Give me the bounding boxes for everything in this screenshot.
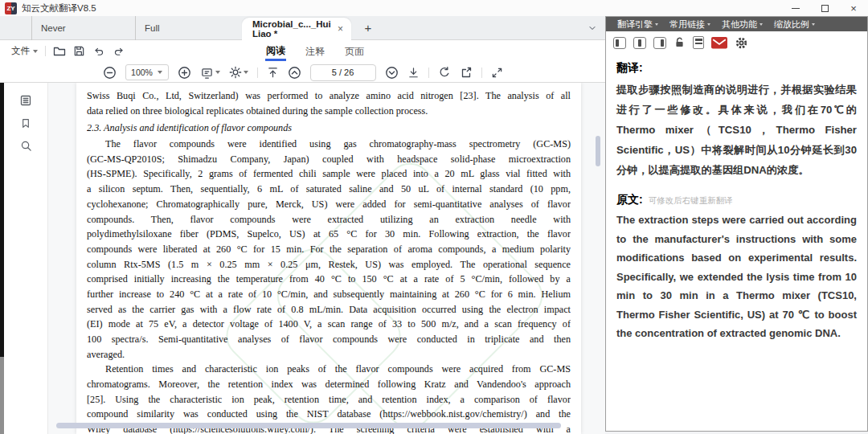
original-label: 原文: — [616, 193, 643, 207]
panel-icon-row — [606, 31, 867, 52]
zoom-level-select[interactable]: 100% — [125, 64, 169, 80]
pdf-text-line: cyclohexanone; Chromatographically pure,… — [87, 197, 571, 212]
horizontal-scrollbar[interactable] — [56, 423, 561, 428]
chevron-down-icon — [215, 71, 220, 74]
divider — [257, 68, 258, 78]
pdf-text-line: Swiss Buqi Co., Ltd, Switzerland) was pe… — [87, 88, 571, 104]
next-page-button[interactable] — [385, 66, 399, 80]
zoom-level-value: 100% — [131, 68, 153, 77]
app-window: ZY 知云文献翻译V8.5 × Never Full Text_A...ence… — [0, 0, 868, 434]
search-panel-icon[interactable] — [20, 140, 32, 152]
download-icon[interactable] — [407, 67, 420, 79]
pdf-text-line: Retention times and characteristic ion p… — [87, 362, 571, 377]
left-sidebar — [4, 83, 48, 434]
menu-zoom-ratio[interactable]: 缩放比例 — [770, 18, 819, 31]
pdf-text-line: averaged. — [87, 347, 571, 362]
pdf-page: Swiss Buqi Co., Ltd, Switzerland) was pe… — [76, 83, 581, 434]
pdf-text-line: a silicon septum. Then, sequentially, 6 … — [87, 182, 571, 197]
page-display-icon — [200, 67, 214, 79]
window-controls: × — [781, 0, 868, 16]
pdf-text-line: compounds were liberated at 260 °C for 1… — [87, 242, 571, 257]
notes-card-icon[interactable] — [693, 36, 704, 49]
menu-common-links[interactable]: 常用链接 — [665, 18, 714, 31]
chevron-down-icon — [158, 71, 162, 74]
pdf-text-line: column Rtx-5MS (1.5 m × 0.25 mm × 0.25 μ… — [87, 257, 571, 272]
close-icon: × — [850, 3, 857, 14]
vertical-scrollbar[interactable] — [596, 136, 600, 166]
panel-menu-bar: 翻译引擎 常用链接 其他功能 缩放比例 — [606, 17, 867, 31]
divider — [45, 46, 46, 56]
document-tab-bar: Never Full Text_A...ence_Xinhua Microbia… — [0, 16, 605, 40]
go-to-top-button[interactable] — [267, 67, 279, 79]
pdf-text-line: compounds. Then, flavor compounds were e… — [87, 212, 571, 227]
pdf-text-line: further increase to 240 °C at a rate of … — [87, 287, 571, 302]
rotate-page-button[interactable] — [438, 66, 451, 79]
file-menu[interactable]: 文件 — [11, 45, 38, 57]
new-tab-button[interactable]: + — [359, 19, 377, 37]
pdf-text-line: served as the carrier gas with a flow ra… — [87, 302, 571, 317]
page-number-value: 5 / 26 — [332, 68, 354, 77]
thumbnails-panel-icon[interactable] — [19, 94, 32, 107]
document-viewer[interactable]: Swiss Buqi Co., Ltd, Switzerland) was pe… — [48, 83, 605, 434]
layout-right-icon[interactable] — [653, 37, 666, 49]
zoom-out-button[interactable] — [103, 66, 117, 80]
snapshot-button[interactable] — [460, 66, 473, 79]
pdf-text-line: (HS-SPME). Specifically, 2 grams of ferm… — [87, 166, 571, 182]
panel-body: 翻译: 提取步骤按照制造商的说明进行，并根据实验结果进行了一些修改。具体来说，我… — [606, 52, 867, 343]
pdf-text-line: (EI) mode at 75 eV, a detector voltage o… — [87, 317, 571, 332]
tab-page[interactable]: 页面 — [344, 42, 365, 61]
view-mode-tabs: 阅读 注释 页面 — [265, 40, 365, 62]
layout-left-icon[interactable] — [613, 37, 626, 49]
toolbar: 文件 阅读 注释 页面 100% — [0, 40, 605, 83]
pdf-text-line: chromatograms. Moreover, the retention i… — [87, 377, 571, 392]
original-hint: 可修改后右键重新翻译 — [649, 195, 733, 207]
lock-open-icon[interactable] — [674, 36, 686, 49]
minimize-icon — [792, 8, 800, 9]
pdf-text-line: (GC-MS-QP2010S; Shimadzu Company, Japan)… — [87, 152, 571, 167]
menu-translation-engine[interactable]: 翻译引擎 — [613, 18, 662, 31]
tab-never[interactable]: Never — [31, 16, 135, 40]
pdf-text-line: compound similarity was conducted using … — [87, 407, 571, 422]
minimize-button[interactable] — [781, 0, 810, 16]
page-display-mode-button[interactable] — [200, 67, 220, 79]
tab-list-chevron-icon[interactable] — [588, 23, 597, 33]
zoom-in-button[interactable] — [178, 66, 191, 80]
window-title: 知云文献翻译V8.5 — [22, 2, 96, 14]
app-logo-icon: ZY — [5, 2, 17, 14]
layout-middle-icon[interactable] — [633, 37, 646, 49]
brightness-button[interactable] — [229, 66, 248, 79]
tab-close-icon[interactable]: × — [336, 23, 345, 35]
redo-icon[interactable] — [113, 46, 125, 57]
previous-page-button[interactable] — [288, 66, 301, 80]
bookmark-panel-icon[interactable] — [20, 117, 31, 129]
original-label-row: 原文: 可修改后右键重新翻译 — [616, 193, 857, 207]
tab-read[interactable]: 阅读 — [265, 41, 286, 61]
translation-text[interactable]: 提取步骤按照制造商的说明进行，并根据实验结果进行了一些修改。具体来说，我们在70… — [616, 80, 857, 180]
close-button[interactable]: × — [839, 0, 868, 16]
title-bar: ZY 知云文献翻译V8.5 × — [0, 0, 868, 16]
toolbar-row-2: 100% 5 / 26 — [0, 62, 605, 83]
divider — [481, 68, 482, 78]
open-folder-icon[interactable] — [53, 45, 66, 58]
tab-microbial-active[interactable]: Microbial_c..._Hui Liao * × — [242, 18, 351, 40]
pdf-text-line: 100 spectra/s. Semi-quantitative analyse… — [87, 332, 571, 347]
tab-annotate[interactable]: 注释 — [305, 42, 326, 61]
maximize-icon — [821, 5, 829, 12]
chevron-down-icon — [33, 50, 38, 53]
menu-other-functions[interactable]: 其他功能 — [718, 18, 767, 31]
file-menu-label: 文件 — [11, 45, 30, 57]
translation-label: 翻译: — [616, 61, 857, 76]
original-text[interactable]: The extraction steps were carried out ac… — [616, 211, 857, 343]
fullscreen-expand-button[interactable] — [491, 67, 503, 79]
maximize-button[interactable] — [810, 0, 839, 16]
gear-icon[interactable] — [735, 36, 748, 50]
pdf-text-line: polydimethylsiloxane fiber (PDMS, Supelc… — [87, 227, 571, 242]
undo-icon[interactable] — [92, 46, 105, 57]
save-icon[interactable] — [73, 45, 85, 57]
tab-full-text[interactable]: Full Text_A...ence_Xinhua — [135, 16, 242, 40]
mail-icon[interactable] — [711, 37, 727, 49]
pdf-text-line: The flavor compounds were identified usi… — [87, 137, 571, 152]
page-number-input[interactable]: 5 / 26 — [310, 64, 376, 81]
active-tab-label: Microbial_c..._Hui Liao * — [252, 19, 336, 39]
pdf-text-column: Swiss Buqi Co., Ltd, Switzerland) was pe… — [87, 88, 571, 434]
